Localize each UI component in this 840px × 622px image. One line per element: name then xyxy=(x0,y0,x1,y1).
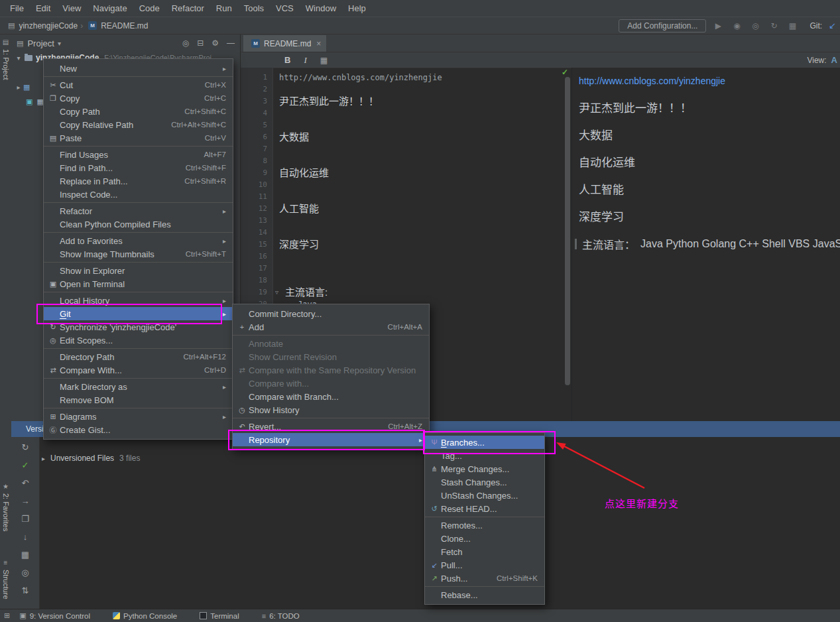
run-button[interactable]: ▶ xyxy=(713,21,723,31)
debug-button[interactable]: ◉ xyxy=(731,21,742,31)
editor-scrollbar[interactable] xyxy=(565,77,570,385)
statusbar-item-6-todo[interactable]: ≡6: TODO xyxy=(262,612,300,620)
menu-item-revert[interactable]: ↶Revert...Ctrl+Alt+Z xyxy=(233,420,429,433)
stripe-button-2-favorites[interactable]: ★2: Favorites xyxy=(0,483,11,531)
menu-item-remotes[interactable]: Remotes... xyxy=(425,519,544,532)
menu-item-clean-python-compiled-files[interactable]: Clean Python Compiled Files xyxy=(44,218,233,231)
menu-item-branches[interactable]: ΨBranches... xyxy=(425,436,544,449)
menu-item-inspect-code[interactable]: Inspect Code... xyxy=(44,188,233,201)
menu-item-paste[interactable]: ▤PasteCtrl+V xyxy=(44,131,233,145)
menu-item-copy-path[interactable]: Copy PathCtrl+Shift+C xyxy=(44,105,233,118)
menu-item-commit-directory[interactable]: Commit Directory... xyxy=(233,307,429,320)
menubar-item-vcs[interactable]: VCS xyxy=(270,0,300,17)
editor-line[interactable]: 3尹正杰到此一游！！！ xyxy=(241,95,571,107)
editor-line[interactable]: 17 xyxy=(241,263,571,275)
editor-line[interactable]: 11 xyxy=(241,191,571,203)
fold-marker-icon[interactable]: ▿ xyxy=(275,286,278,298)
update-project-icon[interactable]: ↙ xyxy=(829,21,836,31)
menubar-item-edit[interactable]: Edit xyxy=(30,0,56,17)
menu-item-mark-directory-as[interactable]: Mark Directory as▸ xyxy=(44,380,233,393)
stripe-button-1-project[interactable]: ▤1: Project xyxy=(0,38,11,80)
menu-item-add[interactable]: +AddCtrl+Alt+A xyxy=(233,320,429,334)
menu-item-refactor[interactable]: Refactor▸ xyxy=(44,204,233,218)
editor-line[interactable]: 10 xyxy=(241,179,571,191)
preview-link[interactable]: http://www.cnblogs.com/yinzhengjie xyxy=(579,74,725,88)
menubar-item-refactor[interactable]: Refactor xyxy=(166,0,210,17)
unversioned-files-row[interactable]: ▸ Unversioned Files 3 files xyxy=(39,452,140,465)
menu-item-show-history[interactable]: ◷Show History xyxy=(233,403,429,416)
commit-icon[interactable]: ✓ xyxy=(22,461,29,469)
editor-line[interactable]: 16 xyxy=(241,251,571,263)
stripe-button-structure[interactable]: ≡Structure xyxy=(0,559,11,599)
menu-item-local-history[interactable]: Local History▸ xyxy=(44,294,233,307)
tool-window-switcher-icon[interactable]: ⊞ xyxy=(0,611,14,620)
view-mode-button[interactable]: A xyxy=(831,55,837,65)
close-tab-icon[interactable]: × xyxy=(316,39,321,48)
locate-file-icon[interactable]: ◎ xyxy=(182,38,189,48)
menu-item-copy[interactable]: ❐CopyCtrl+C xyxy=(44,92,233,105)
menubar-item-view[interactable]: View xyxy=(56,0,87,17)
italic-button[interactable]: I xyxy=(304,55,306,66)
hide-panel-icon[interactable]: — xyxy=(227,38,235,48)
collapse-all-icon[interactable]: ⊟ xyxy=(197,38,204,48)
menu-item-compare-with-branch[interactable]: Compare with Branch... xyxy=(233,390,429,403)
editor-line[interactable]: 4 xyxy=(241,107,571,119)
editor-line[interactable]: 9自动化运维 xyxy=(241,167,571,179)
menu-item-clone[interactable]: Clone... xyxy=(425,532,544,545)
menu-item-directory-path[interactable]: Directory PathCtrl+Alt+F12 xyxy=(44,350,233,363)
menu-item-synchronize-yinzhengjiecode[interactable]: ↻Synchronize 'yinzhengjieCode' xyxy=(44,320,233,334)
editor-line[interactable]: 8 xyxy=(241,155,571,167)
menu-item-replace-in-path[interactable]: Replace in Path...Ctrl+Shift+R xyxy=(44,174,233,188)
menu-item-merge-changes[interactable]: ⋔Merge Changes... xyxy=(425,462,544,475)
preview-icon[interactable]: ◎ xyxy=(21,568,29,577)
menu-item-add-to-favorites[interactable]: Add to Favorites▸ xyxy=(44,234,233,247)
menu-item-find-in-path[interactable]: Find in Path...Ctrl+Shift+F xyxy=(44,161,233,174)
coverage-button[interactable]: ◎ xyxy=(750,21,760,31)
menu-item-compare-with[interactable]: ⇄Compare With...Ctrl+D xyxy=(44,363,233,377)
editor-line[interactable]: 18 xyxy=(241,275,571,286)
menu-item-fetch[interactable]: Fetch xyxy=(425,545,544,558)
profiler-button[interactable]: ↻ xyxy=(768,21,779,31)
menu-item-cut[interactable]: ✂CutCtrl+X xyxy=(44,78,233,92)
menu-item-rebase[interactable]: Rebase... xyxy=(425,588,544,601)
statusbar-item-9-version-control[interactable]: ▣9: Version Control xyxy=(19,611,90,620)
editor-line[interactable]: 19▿主流语言: xyxy=(241,286,571,298)
menu-item-push[interactable]: ↗Push...Ctrl+Shift+K xyxy=(425,572,544,585)
menu-item-git[interactable]: Git▸ xyxy=(44,307,233,320)
menu-item-pull[interactable]: ↙Pull... xyxy=(425,558,544,572)
menu-item-new[interactable]: New▸ xyxy=(44,62,233,75)
menu-item-unstash-changes[interactable]: UnStash Changes... xyxy=(425,489,544,502)
editor-line[interactable]: 15深度学习 xyxy=(241,239,571,251)
breadcrumb-project[interactable]: yinzhengjieCode xyxy=(19,21,78,31)
expand-arrow-icon[interactable]: ▸ xyxy=(14,84,23,91)
menu-item-diagrams[interactable]: ⊞Diagrams▸ xyxy=(44,410,233,423)
forward-icon[interactable]: → xyxy=(21,497,30,505)
editor-line[interactable]: 7 xyxy=(241,143,571,155)
stop-button[interactable]: ▦ xyxy=(787,21,798,31)
editor-line[interactable]: 5 xyxy=(241,119,571,131)
editor-line[interactable]: 14 xyxy=(241,227,571,239)
menubar-item-window[interactable]: Window xyxy=(300,0,342,17)
project-panel-title[interactable]: Project xyxy=(27,38,54,48)
expand-icon[interactable]: ⇅ xyxy=(22,586,29,595)
menubar-item-tools[interactable]: Tools xyxy=(238,0,270,17)
copy-icon[interactable]: ❐ xyxy=(21,515,29,523)
expand-arrow-icon[interactable]: ▸ xyxy=(42,455,45,462)
menu-item-stash-changes[interactable]: Stash Changes... xyxy=(425,475,544,489)
statusbar-item-python-console[interactable]: Python Console xyxy=(113,612,177,620)
menu-item-edit-scopes[interactable]: ◎Edit Scopes... xyxy=(44,334,233,347)
statusbar-item-terminal[interactable]: Terminal xyxy=(200,612,239,620)
download-icon[interactable]: ↓ xyxy=(23,532,28,541)
bold-button[interactable]: B xyxy=(284,55,290,65)
settings-gear-icon[interactable]: ⚙ xyxy=(211,38,219,48)
add-configuration-button[interactable]: Add Configuration... xyxy=(619,19,706,32)
chevron-down-icon[interactable]: ▾ xyxy=(58,40,61,47)
refresh-icon[interactable]: ↻ xyxy=(22,443,29,452)
menubar-item-run[interactable]: Run xyxy=(210,0,238,17)
editor-line[interactable]: 2 xyxy=(241,84,571,95)
tab-readme[interactable]: M README.md × xyxy=(243,35,326,52)
breadcrumb-file[interactable]: README.md xyxy=(101,21,148,31)
collapse-arrow-icon[interactable]: ▾ xyxy=(14,54,23,62)
menubar-item-code[interactable]: Code xyxy=(133,0,166,17)
menubar-item-help[interactable]: Help xyxy=(342,0,372,17)
